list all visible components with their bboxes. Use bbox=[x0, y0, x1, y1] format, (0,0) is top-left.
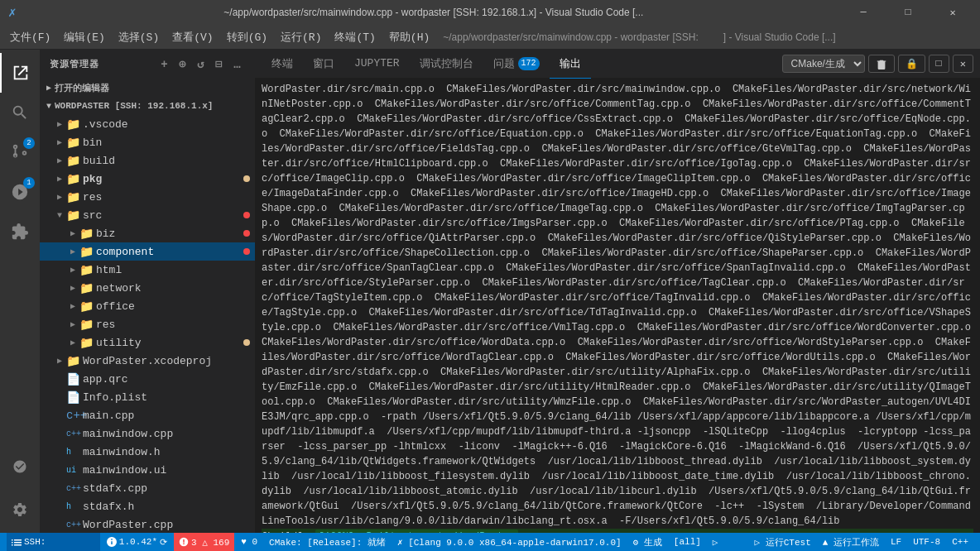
open-editors-section[interactable]: ▶ 打开的编辑器 bbox=[40, 79, 255, 97]
more-actions-button[interactable]: … bbox=[230, 57, 245, 72]
status-utf8[interactable]: UTF-8 bbox=[908, 533, 945, 551]
explorer-icon[interactable] bbox=[0, 53, 40, 93]
tab-debug-console[interactable]: 调试控制台 bbox=[410, 50, 483, 79]
panel-area: 终端 窗口 JUPYTER 调试控制台 问题 172 输出 CMake/生成 C… bbox=[255, 50, 980, 533]
folder-icon-xcodeproj: 📁 bbox=[66, 354, 79, 368]
open-editors-label: 打开的编辑器 bbox=[55, 82, 109, 94]
folder-icon-component: 📁 bbox=[79, 245, 93, 259]
tree-item-res[interactable]: ▶ 📁 res bbox=[40, 188, 255, 206]
menu-edit[interactable]: 编辑(E) bbox=[57, 26, 111, 48]
status-version[interactable]: 1.0.42* ⟳ bbox=[102, 533, 172, 551]
search-icon[interactable] bbox=[0, 93, 40, 132]
tab-jupyter[interactable]: JUPYTER bbox=[344, 50, 410, 79]
status-bar: SSH: 1.0.42* ⟳ 3 △ 169 ♥ 0 CMake: [Relea… bbox=[0, 533, 980, 551]
folder-icon-office: 📁 bbox=[79, 299, 93, 314]
arrow-html: ▶ bbox=[66, 265, 79, 275]
info-label: ♥ 0 bbox=[241, 537, 257, 547]
tree-item-src[interactable]: ▼ 📁 src bbox=[40, 206, 255, 224]
menu-file[interactable]: 文件(F) bbox=[3, 26, 57, 48]
arrow-src: ▼ bbox=[53, 211, 66, 220]
tree-item-network[interactable]: ▶ 📁 network bbox=[40, 279, 255, 297]
tree-item-office[interactable]: ▶ 📁 office bbox=[40, 297, 255, 315]
run-badge: 1 bbox=[23, 177, 35, 189]
menu-terminal[interactable]: 终端(T) bbox=[328, 26, 382, 48]
sync-icon: ⟳ bbox=[160, 537, 167, 548]
new-file-button[interactable]: + bbox=[157, 57, 172, 72]
tree-item-mainwindowh[interactable]: h mainwindow.h bbox=[40, 443, 255, 461]
tree-item-stdafxh[interactable]: h stdafx.h bbox=[40, 497, 255, 515]
menu-goto[interactable]: 转到(G) bbox=[220, 26, 274, 48]
tree-item-html[interactable]: ▶ 📁 html bbox=[40, 261, 255, 279]
label-bin: bin bbox=[83, 137, 255, 149]
menu-select[interactable]: 选择(S) bbox=[112, 26, 166, 48]
tree-item-pkg[interactable]: ▶ 📁 pkg bbox=[40, 170, 255, 188]
output-channel-select[interactable]: CMake/生成 CMake/构建 bbox=[782, 55, 865, 73]
tree-item-biz[interactable]: ▶ 📁 biz bbox=[40, 224, 255, 242]
activity-bar: 2 1 bbox=[0, 50, 40, 533]
lock-output-button[interactable]: 🔒 bbox=[898, 55, 925, 73]
collapse-button[interactable]: ⊟ bbox=[212, 57, 227, 72]
status-info[interactable]: ♥ 0 bbox=[236, 533, 262, 551]
new-folder-button[interactable]: ⊕ bbox=[175, 57, 190, 72]
maximize-button[interactable]: □ bbox=[889, 0, 927, 25]
tree-item-mainwindowui[interactable]: ui mainwindow.ui bbox=[40, 461, 255, 479]
status-lf[interactable]: LF bbox=[886, 533, 906, 551]
language-label: C++ bbox=[952, 537, 968, 547]
extensions-icon[interactable] bbox=[0, 212, 40, 252]
folder-icon-html: 📁 bbox=[79, 263, 93, 277]
source-control-icon[interactable]: 2 bbox=[0, 132, 40, 172]
folder-icon-biz: 📁 bbox=[79, 227, 93, 241]
close-panel-button[interactable]: ✕ bbox=[953, 55, 973, 73]
tree-item-mainwindowcpp[interactable]: c++ mainwindow.cpp bbox=[40, 424, 255, 443]
tab-window[interactable]: 窗口 bbox=[303, 50, 344, 79]
menu-run[interactable]: 运行(R) bbox=[274, 26, 328, 48]
settings-icon[interactable] bbox=[0, 490, 40, 529]
status-errors[interactable]: 3 △ 169 bbox=[174, 533, 234, 551]
tree-item-utility[interactable]: ▶ 📁 utility bbox=[40, 333, 255, 352]
file-icon-appqrc: 📄 bbox=[66, 372, 79, 386]
tree-item-component[interactable]: ▶ 📁 component bbox=[40, 242, 255, 261]
arrow-office: ▶ bbox=[66, 301, 79, 311]
workspace-section[interactable]: ▼ WORDPASTER [SSH: 192.168.1.x] bbox=[40, 97, 255, 115]
output-content[interactable]: WordPaster.dir/src/main.cpp.o CMakeFiles… bbox=[255, 79, 980, 533]
status-cmake[interactable]: CMake: [Release]: 就绪 bbox=[264, 533, 391, 551]
status-run-workflow[interactable]: ▲ 运行工作流 bbox=[818, 533, 884, 551]
tree-item-stdafxcpp[interactable]: c++ stdafx.cpp bbox=[40, 479, 255, 497]
menu-help[interactable]: 帮助(H) bbox=[382, 26, 436, 48]
status-play[interactable]: ▷ bbox=[708, 533, 723, 551]
run-debug-icon[interactable]: 1 bbox=[0, 172, 40, 212]
tree-item-maincpp[interactable]: c++ main.cpp bbox=[40, 406, 255, 424]
maximize-panel-button[interactable]: □ bbox=[929, 55, 949, 73]
label-pkg: pkg bbox=[83, 173, 243, 185]
minimize-button[interactable]: ─ bbox=[844, 0, 882, 25]
tree-item-build[interactable]: ▶ 📁 build bbox=[40, 151, 255, 170]
label-network: network bbox=[96, 282, 255, 295]
tab-problems[interactable]: 问题 172 bbox=[483, 50, 550, 79]
status-language[interactable]: C++ bbox=[947, 533, 973, 551]
tab-output[interactable]: 输出 bbox=[550, 50, 591, 79]
clear-output-button[interactable] bbox=[868, 55, 895, 73]
remote-icon[interactable] bbox=[0, 447, 40, 486]
tree-item-infoplist[interactable]: 📄 Info.plist bbox=[40, 388, 255, 406]
pkg-badge bbox=[243, 175, 250, 182]
label-mainwindowui: mainwindow.ui bbox=[83, 464, 255, 477]
tree-item-appqrc[interactable]: 📄 app.qrc bbox=[40, 370, 255, 388]
status-build-all[interactable]: [all] bbox=[669, 533, 706, 551]
run-workflow-label: ▲ 运行工作流 bbox=[823, 536, 879, 549]
label-office: office bbox=[96, 300, 255, 313]
utility-badge bbox=[243, 339, 250, 346]
status-clang[interactable]: ✗ [Clang 9.0.0 x86_64-apple-darwin17.0.0… bbox=[392, 533, 627, 551]
tree-item-wordpastercpp[interactable]: c++ WordPaster.cpp bbox=[40, 515, 255, 533]
window-title: ~/app/wordpaster/src/mainwindow.cpp - wo… bbox=[436, 31, 977, 43]
refresh-button[interactable]: ↺ bbox=[194, 57, 209, 72]
tree-item-src-res[interactable]: ▶ 📁 res bbox=[40, 315, 255, 333]
status-ssh[interactable]: SSH: bbox=[7, 533, 100, 551]
status-run-ctest[interactable]: ▷ 运行CTest bbox=[750, 533, 816, 551]
status-build[interactable]: ⚙ 生成 bbox=[628, 533, 667, 551]
tree-item-xcodeproj[interactable]: ▶ 📁 WordPaster.xcodeproj bbox=[40, 352, 255, 370]
tab-terminal[interactable]: 终端 bbox=[262, 50, 303, 79]
tree-item-bin[interactable]: ▶ 📁 bin bbox=[40, 133, 255, 151]
close-button[interactable]: ✕ bbox=[934, 0, 972, 25]
tree-item-vscode[interactable]: ▶ 📁 .vscode bbox=[40, 115, 255, 133]
menu-view[interactable]: 查看(V) bbox=[166, 26, 219, 48]
